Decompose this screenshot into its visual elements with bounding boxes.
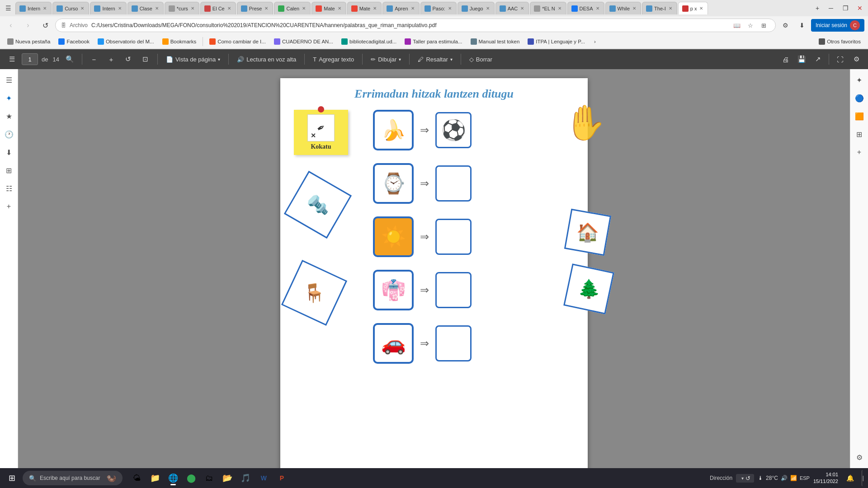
pdf-print-btn[interactable]: 🖨 xyxy=(778,52,793,66)
download-btn[interactable]: ⬇ xyxy=(795,18,809,33)
row-2-answer-box[interactable] xyxy=(435,165,472,202)
pdf-erase-btn[interactable]: ◇ Borrar xyxy=(466,54,496,65)
edge-office-btn[interactable]: ⊞ xyxy=(2,163,16,178)
taskbar-search[interactable]: 🔍 Escribe aquí para buscar 🦦 xyxy=(23,471,123,485)
pdf-read-aloud-btn[interactable]: 🔊 Lectura en voz alta xyxy=(233,54,300,65)
edge-right-btn-4[interactable]: ⊞ xyxy=(852,127,867,141)
start-btn[interactable]: ⊞ xyxy=(4,470,20,486)
signin-btn[interactable]: Iniciar sesión C xyxy=(811,19,864,32)
reload-btn[interactable]: ↺ xyxy=(38,18,52,33)
sidebar-toggle-btn[interactable]: ☰ xyxy=(2,2,14,14)
pdf-zoom-in-btn[interactable]: + xyxy=(104,52,118,66)
tab-t16[interactable]: DESA ✕ xyxy=(567,2,604,14)
bookmark-nueva-pestana[interactable]: Nueva pestaña xyxy=(4,37,54,46)
edge-right-btn-1[interactable]: ✦ xyxy=(852,73,867,87)
taskbar-show-desktop-btn[interactable]: │ xyxy=(862,470,864,486)
pdf-viewer-area[interactable]: Errimadun hitzak lantzen ditugu ✒ ✕ Koka… xyxy=(18,69,850,468)
new-tab-btn[interactable]: + xyxy=(811,2,824,14)
edge-right-settings-btn[interactable]: ⚙ xyxy=(852,450,867,465)
pdf-fullscreen-btn[interactable]: ⛶ xyxy=(833,52,847,66)
bookmark-facebook[interactable]: Facebook xyxy=(55,37,93,46)
forward-btn[interactable]: › xyxy=(21,18,35,33)
bookmark-otros[interactable]: Otros favoritos xyxy=(815,37,864,46)
tab-t5[interactable]: *curs ✕ xyxy=(165,2,199,14)
bookmark-observatorio[interactable]: Observatorio del M... xyxy=(94,37,158,46)
tab-t1[interactable]: Intern ✕ xyxy=(15,2,52,14)
tab-t2[interactable]: Curso ✕ xyxy=(52,2,89,14)
bookmark-como-cambiar[interactable]: Como cambiar de I... xyxy=(206,37,269,46)
bookmark-manual[interactable]: Manual test token xyxy=(467,37,524,46)
taskbar-app-chrome[interactable]: ⬤ xyxy=(183,470,199,486)
edge-favorites-btn[interactable]: ★ xyxy=(2,109,16,123)
bookmark-taller[interactable]: Taller para estimula... xyxy=(401,37,466,46)
fav-btn[interactable]: ☆ xyxy=(745,19,756,31)
tab-t17[interactable]: While ✕ xyxy=(605,2,642,14)
bookmark-cuaderno[interactable]: CUADERNO DE AN... xyxy=(270,37,337,46)
tab-t7[interactable]: Prese ✕ xyxy=(237,2,274,14)
tab-t8[interactable]: Calen ✕ xyxy=(274,2,311,14)
pdf-zoom-out-btn[interactable]: − xyxy=(87,52,101,66)
edge-history-btn[interactable]: 🕐 xyxy=(2,127,16,141)
tab-t12[interactable]: Paso: ✕ xyxy=(420,2,457,14)
tab-t4[interactable]: Clase ✕ xyxy=(127,2,164,14)
row-4-answer-box[interactable] xyxy=(435,272,472,308)
bookmark-more-btn[interactable]: › xyxy=(590,38,599,46)
pdf-highlight-btn[interactable]: 🖊 Resaltar ▾ xyxy=(414,54,456,65)
pdf-add-text-btn[interactable]: T Agregar texto xyxy=(309,54,358,65)
bookmark-label: bibliotecadigital.ud... xyxy=(349,39,396,44)
edge-right-btn-2[interactable]: 🔵 xyxy=(852,91,867,105)
edge-sidebar-toggle[interactable]: ☰ xyxy=(2,73,16,87)
edge-plus-btn[interactable]: + xyxy=(2,199,16,214)
direction-refresh-icon[interactable]: ↺ xyxy=(745,475,750,482)
pdf-sidebar-btn[interactable]: ☰ xyxy=(5,52,19,66)
pdf-search-btn[interactable]: 🔍 xyxy=(63,52,77,66)
tab-t6[interactable]: El Ce ✕ xyxy=(200,2,236,14)
pdf-more-btn[interactable]: ⚙ xyxy=(849,52,863,66)
edge-right-btn-3[interactable]: 🟧 xyxy=(852,109,867,123)
close-btn[interactable]: ✕ xyxy=(854,2,866,14)
address-bar[interactable]: 🗄 Archivo C:/Users/Cristina/Downloads/ME… xyxy=(55,19,776,32)
restore-btn[interactable]: ❐ xyxy=(839,2,852,14)
edge-right-btn-5[interactable]: + xyxy=(852,145,867,160)
pdf-draw-btn[interactable]: ✏ Dibujar ▾ xyxy=(367,54,405,65)
tab-t10[interactable]: Mate ✕ xyxy=(347,2,382,14)
tab-t11[interactable]: Apren ✕ xyxy=(382,2,419,14)
tab-t18[interactable]: The-I ✕ xyxy=(642,2,677,14)
edge-copilot-btn[interactable]: ✦ xyxy=(2,91,16,105)
tab-t15[interactable]: *EL N ✕ xyxy=(530,2,566,14)
taskbar-app-settings[interactable]: 📂 xyxy=(219,470,236,486)
bookmark-itpa[interactable]: ITPA | Lenguaje y P... xyxy=(524,37,589,46)
settings-btn[interactable]: ⚙ xyxy=(778,18,793,33)
pdf-page-input[interactable]: 1 xyxy=(22,53,38,65)
edge-collections-btn[interactable]: ☷ xyxy=(2,181,16,196)
pdf-view-mode-btn[interactable]: 📄 Vista de página ▾ xyxy=(162,54,224,65)
tab-t9[interactable]: Mate ✕ xyxy=(311,2,346,14)
pdf-save-btn[interactable]: 💾 xyxy=(794,52,809,66)
pdf-fit-btn[interactable]: ⊡ xyxy=(138,52,153,66)
row-3-answer-box[interactable] xyxy=(435,219,472,255)
minimize-btn[interactable]: ─ xyxy=(825,2,837,14)
taskbar-app-powerpoint[interactable]: P xyxy=(274,470,290,486)
bookmark-biblioteca[interactable]: bibliotecadigital.ud... xyxy=(338,37,400,46)
collections-btn[interactable]: ⊞ xyxy=(758,19,770,31)
tab-t13[interactable]: Juego ✕ xyxy=(458,2,495,14)
tab-t14[interactable]: AAC ✕ xyxy=(495,2,529,14)
tab-t19[interactable]: p x ✕ xyxy=(678,2,708,14)
taskbar-app-widgets[interactable]: 🌤 xyxy=(129,470,145,486)
edge-downloads-btn[interactable]: ⬇ xyxy=(2,145,16,160)
taskbar-app-spotify[interactable]: 🎵 xyxy=(237,470,254,486)
pdf-rotate-btn[interactable]: ↺ xyxy=(121,52,136,66)
taskbar-app-edge[interactable]: 🌐 xyxy=(165,470,181,486)
bookmark-bookmarks[interactable]: Bookmarks xyxy=(159,37,200,46)
reader-mode-btn[interactable]: 📖 xyxy=(731,19,743,31)
taskbar-app-explorer[interactable]: 📁 xyxy=(147,470,163,486)
row-1-answer-box[interactable]: ⚽ xyxy=(435,112,472,148)
row-5-answer-box[interactable] xyxy=(435,325,472,361)
taskbar-app-folder2[interactable]: 🗂 xyxy=(201,470,217,486)
tab-t3[interactable]: Intern ✕ xyxy=(90,2,126,14)
back-btn[interactable]: ‹ xyxy=(4,18,18,33)
taskbar-notification-btn[interactable]: 🔔 xyxy=(842,470,858,486)
pdf-share-btn[interactable]: ↗ xyxy=(811,52,825,66)
taskbar-app-word[interactable]: W xyxy=(255,470,272,486)
direction-dropdown[interactable]: ▾ ↺ xyxy=(736,474,754,483)
